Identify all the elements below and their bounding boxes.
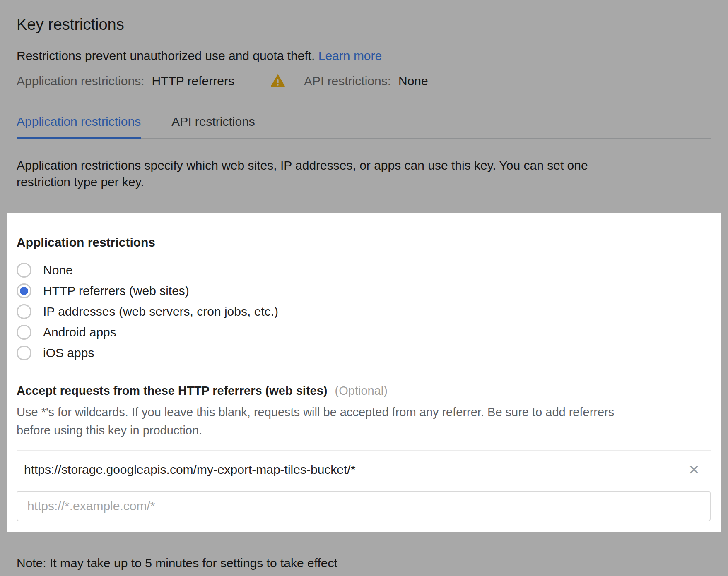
panel-heading: Application restrictions	[17, 235, 711, 250]
radio-option-none[interactable]: None	[17, 260, 711, 281]
radio-option-android-apps[interactable]: Android apps	[17, 322, 711, 343]
tab-description: Application restrictions specify which w…	[17, 157, 634, 190]
radio-option-http-referrers[interactable]: HTTP referrers (web sites)	[17, 281, 711, 301]
referrer-section-label: Accept requests from these HTTP referrer…	[17, 383, 711, 398]
referrer-entry-value[interactable]: https://storage.googleapis.com/my-export…	[24, 462, 355, 478]
warning-icon	[270, 74, 286, 89]
restrictions-summary: Application restrictions: HTTP referrers…	[17, 73, 711, 89]
radio-button-icon[interactable]	[17, 263, 31, 278]
radio-button-selected-icon[interactable]	[17, 283, 31, 298]
application-restrictions-value: HTTP referrers	[152, 74, 234, 88]
tab-application-restrictions[interactable]: Application restrictions	[17, 114, 141, 139]
referrer-section-description: Use *'s for wildcards. If you leave this…	[17, 403, 638, 439]
remove-referrer-icon[interactable]: ✕	[688, 463, 700, 477]
radio-button-icon[interactable]	[17, 346, 31, 360]
application-restrictions-panel: Application restrictions None HTTP refer…	[7, 213, 721, 532]
page-title: Key restrictions	[17, 15, 711, 34]
tab-api-restrictions[interactable]: API restrictions	[171, 114, 255, 138]
restrictions-tabs: Application restrictions API restriction…	[17, 114, 711, 139]
optional-hint: (Optional)	[335, 384, 388, 397]
key-restrictions-header: Key restrictions Restrictions prevent un…	[0, 0, 728, 190]
application-restrictions-label: Application restrictions:	[17, 74, 144, 88]
key-restrictions-page: Key restrictions Restrictions prevent un…	[0, 0, 728, 576]
learn-more-link[interactable]: Learn more	[318, 49, 382, 62]
restrictions-subtitle: Restrictions prevent unauthorized use an…	[17, 48, 711, 64]
subtitle-text: Restrictions prevent unauthorized use an…	[17, 49, 315, 62]
referrer-entry-row[interactable]: https://storage.googleapis.com/my-export…	[17, 451, 711, 482]
settings-note: Note: It may take up to 5 minutes for se…	[17, 555, 711, 571]
radio-option-ios-apps[interactable]: iOS apps	[17, 343, 711, 363]
new-referrer-input[interactable]	[17, 491, 711, 521]
radio-button-icon[interactable]	[17, 304, 31, 319]
api-restrictions-value: None	[398, 74, 428, 88]
api-restrictions-label: API restrictions:	[304, 74, 391, 88]
key-restrictions-footer: Note: It may take up to 5 minutes for se…	[0, 532, 728, 571]
radio-option-ip-addresses[interactable]: IP addresses (web servers, cron jobs, et…	[17, 301, 711, 322]
application-restriction-options: None HTTP referrers (web sites) IP addre…	[17, 260, 711, 363]
radio-button-icon[interactable]	[17, 325, 31, 340]
